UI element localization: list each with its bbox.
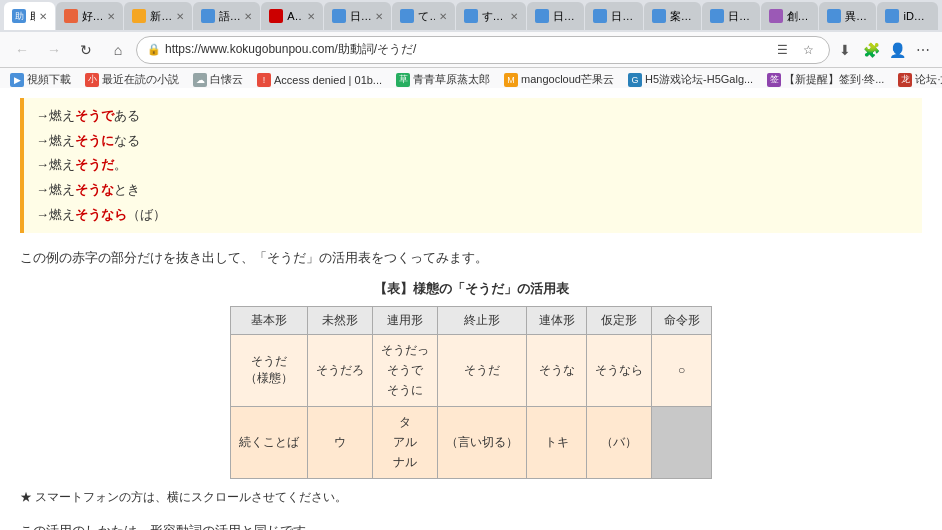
bookmark-video[interactable]: ▶ 視頻下載 <box>6 70 75 89</box>
cell-souda-katei: そうなら <box>587 334 652 406</box>
tab-7[interactable]: て あ ✕ <box>392 2 454 30</box>
tab-bar: 助 助 ✕ 好き... ✕ 新築... ✕ 語言... ✕ Aе В ✕ 日本.… <box>0 0 942 32</box>
tab-3[interactable]: 新築... ✕ <box>124 2 192 30</box>
tab-8-close[interactable]: ✕ <box>510 11 518 22</box>
example-line-5: →燃えそうなら（ば） <box>36 203 910 228</box>
cell-souda-rentai: そうな <box>527 334 587 406</box>
bookmark-access[interactable]: ! Access denied | 01b... <box>253 71 386 89</box>
tab-2-close[interactable]: ✕ <box>107 11 115 22</box>
forward-button[interactable]: → <box>40 36 68 64</box>
url-text: https://www.kokugobunpou.com/助動詞/そうだ/ <box>165 41 767 58</box>
tab-14[interactable]: 異物... <box>819 2 876 30</box>
bookmark-aoba-icon: 草 <box>396 73 410 87</box>
example-line-3: →燃えそうだ。 <box>36 153 910 178</box>
cell-souda-shuushi: そうだ <box>438 334 527 406</box>
col-header-kihon: 基本形 <box>231 306 308 334</box>
scroll-note: ★ スマートフォンの方は、横にスクロールさせてください。 <box>20 489 922 506</box>
tab-label: 助 <box>30 9 35 24</box>
tab-4[interactable]: 語言... ✕ <box>193 2 261 30</box>
tab-6-label: 日本... <box>350 9 372 24</box>
tab-5-label: Aе В <box>287 10 302 22</box>
tab-10[interactable]: 日本... <box>585 2 642 30</box>
bookmark-access-icon: ! <box>257 73 271 87</box>
cell-souda-renyo: そうだっ そうで そうに <box>373 334 438 406</box>
cell-souda-meerei: ○ <box>652 334 712 406</box>
cell-tsuzuku-katei: （バ） <box>587 406 652 478</box>
tab-7-label: て あ <box>418 9 434 24</box>
profile-icon[interactable]: 👤 <box>886 39 908 61</box>
tab-3-close[interactable]: ✕ <box>176 11 184 22</box>
col-header-renyo: 連用形 <box>373 306 438 334</box>
bookmark-novel-icon: 小 <box>85 73 99 87</box>
reload-button[interactable]: ↻ <box>72 36 100 64</box>
table-row-souda: そうだ （様態） そうだろ そうだっ そうで そうに そうだ そうな そうなら … <box>231 334 712 406</box>
bookmark-mango-label: mangocloud芒果云 <box>521 72 614 87</box>
nav-bar: ← → ↻ ⌂ 🔒 https://www.kokugobunpou.com/助… <box>0 32 942 68</box>
example-line-1: →燃えそうである <box>36 104 910 129</box>
bookmark-cloud-label: 白懐云 <box>210 72 243 87</box>
tab-5-close[interactable]: ✕ <box>307 11 315 22</box>
conjugation-table: 基本形 未然形 連用形 終止形 連体形 仮定形 命令形 そうだ （様態） そうだ… <box>230 306 712 479</box>
extensions-icon[interactable]: 🧩 <box>860 39 882 61</box>
col-header-katei: 仮定形 <box>587 306 652 334</box>
tab-8-label: す で... <box>482 9 506 24</box>
bookmark-dragon[interactable]: 龙 论坛·龙的天空lkong... <box>894 70 942 89</box>
reader-icon[interactable]: ☰ <box>771 39 793 61</box>
bookmark-aoba[interactable]: 草 青青草原蒸太郎 <box>392 70 494 89</box>
tab-active[interactable]: 助 助 ✕ <box>4 2 55 30</box>
tab-5[interactable]: Aе В ✕ <box>261 2 322 30</box>
tab-close-icon[interactable]: ✕ <box>39 11 47 22</box>
tab-9[interactable]: 日本... <box>527 2 584 30</box>
example-block: →燃えそうである →燃えそうになる →燃えそうだ。 →燃えそうなとき →燃えそう… <box>20 98 922 233</box>
back-button[interactable]: ← <box>8 36 36 64</box>
bookmark-star-icon[interactable]: ☆ <box>797 39 819 61</box>
bookmark-cloud[interactable]: ☁ 白懐云 <box>189 70 247 89</box>
tab-6[interactable]: 日本... ✕ <box>324 2 392 30</box>
example-line-2: →燃えそうになる <box>36 129 910 154</box>
intro-text: この例の赤字の部分だけを抜き出して、「そうだ」の活用表をつくってみます。 <box>20 247 922 269</box>
cell-tsuzuku-kihon: 続くことば <box>231 406 308 478</box>
cell-tsuzuku-meerei <box>652 406 712 478</box>
tab-12-label: 日本... <box>728 9 751 24</box>
bookmark-game-icon: G <box>628 73 642 87</box>
address-bar[interactable]: 🔒 https://www.kokugobunpou.com/助動詞/そうだ/ … <box>136 36 830 64</box>
tab-2[interactable]: 好き... ✕ <box>56 2 124 30</box>
tab-15-label: iData... <box>903 10 930 22</box>
cell-tsuzuku-shuushi: （言い切る） <box>438 406 527 478</box>
bookmark-cloud-icon: ☁ <box>193 73 207 87</box>
tab-4-close[interactable]: ✕ <box>244 11 252 22</box>
bookmark-dragon-icon: 龙 <box>898 73 912 87</box>
home-button[interactable]: ⌂ <box>104 36 132 64</box>
download-icon[interactable]: ⬇ <box>834 39 856 61</box>
tab-3-label: 新築... <box>150 9 172 24</box>
bookmark-mango[interactable]: M mangocloud芒果云 <box>500 70 618 89</box>
bookmark-mango-icon: M <box>504 73 518 87</box>
tab-13[interactable]: 創作... <box>761 2 818 30</box>
security-lock-icon: 🔒 <box>147 43 161 56</box>
bookmark-novel-label: 最近在読の小説 <box>102 72 179 87</box>
tab-15[interactable]: iData... <box>877 2 938 30</box>
bookmark-sign[interactable]: 签 【新提醒】签到·终... <box>763 70 888 89</box>
tab-12[interactable]: 日本... <box>702 2 759 30</box>
bookmark-dragon-label: 论坛·龙的天空lkong... <box>915 72 942 87</box>
cell-tsuzuku-mizen: ウ <box>308 406 373 478</box>
bookmark-game[interactable]: G H5游戏论坛-H5Galg... <box>624 70 757 89</box>
tab-11[interactable]: 案外... <box>644 2 701 30</box>
tab-8[interactable]: す で... ✕ <box>456 2 526 30</box>
cell-tsuzuku-rentai: トキ <box>527 406 587 478</box>
tab-6-close[interactable]: ✕ <box>375 11 383 22</box>
example-line-4: →燃えそうなとき <box>36 178 910 203</box>
address-icons: ☰ ☆ <box>771 39 819 61</box>
col-header-rentai: 連体形 <box>527 306 587 334</box>
settings-icon[interactable]: ⋯ <box>912 39 934 61</box>
bookmark-aoba-label: 青青草原蒸太郎 <box>413 72 490 87</box>
tab-2-label: 好き... <box>82 9 104 24</box>
bookmark-game-label: H5游戏论坛-H5Galg... <box>645 72 753 87</box>
cell-tsuzuku-renyo: タ アル ナル <box>373 406 438 478</box>
tab-7-close[interactable]: ✕ <box>439 11 447 22</box>
tab-4-label: 語言... <box>219 9 241 24</box>
cell-souda-kihon: そうだ （様態） <box>231 334 308 406</box>
col-header-mizen: 未然形 <box>308 306 373 334</box>
col-header-meerei: 命令形 <box>652 306 712 334</box>
bookmark-novel[interactable]: 小 最近在読の小説 <box>81 70 183 89</box>
